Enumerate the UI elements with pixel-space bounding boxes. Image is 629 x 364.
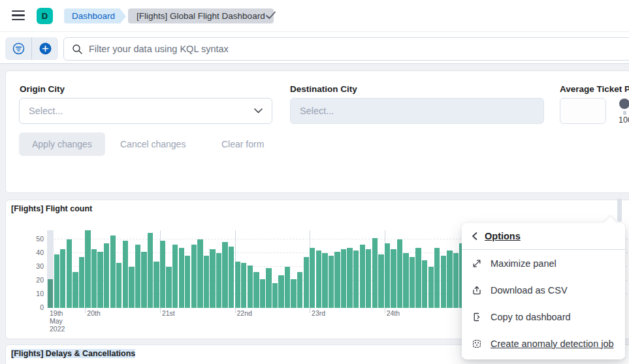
space-avatar[interactable]: D	[37, 8, 53, 24]
chart-bar[interactable]	[104, 243, 109, 308]
chart-bar[interactable]	[85, 230, 90, 308]
chart-bar[interactable]	[148, 233, 153, 309]
chart-bar[interactable]	[48, 279, 53, 308]
chart-bar[interactable]	[410, 257, 415, 308]
chart-bar[interactable]	[266, 268, 271, 308]
chart-bar[interactable]	[160, 241, 165, 308]
origin-city-select[interactable]: Select...	[19, 98, 272, 124]
chart-bar[interactable]	[441, 256, 446, 308]
breadcrumb-arrow	[120, 9, 126, 23]
chart-bar[interactable]	[334, 252, 340, 308]
cancel-changes-button[interactable]: Cancel changes	[112, 132, 193, 156]
chart-bar[interactable]	[153, 262, 159, 308]
chart-bar[interactable]	[260, 279, 265, 308]
chart-bar[interactable]	[222, 242, 227, 308]
chart-bar[interactable]	[141, 252, 146, 308]
chart-bar[interactable]	[197, 239, 202, 308]
menu-hamburger-icon[interactable]	[12, 10, 25, 21]
clear-form-button[interactable]: Clear form	[214, 132, 272, 156]
flight-count-y-axis: 01020304050	[22, 230, 44, 308]
chart-bar[interactable]	[210, 249, 215, 308]
chart-bar[interactable]	[297, 272, 302, 308]
breadcrumb-dashboard[interactable]: Dashboard	[64, 8, 120, 23]
chart-bar[interactable]	[253, 272, 259, 308]
chart-bar[interactable]	[67, 239, 72, 308]
chart-bar[interactable]	[129, 267, 134, 308]
chart-bar[interactable]	[204, 256, 209, 308]
y-tick-label: 20	[36, 276, 44, 284]
menu-item-copy-to-dashboard[interactable]: Copy to dashboard	[462, 303, 625, 330]
chart-bar[interactable]	[54, 254, 59, 308]
check-icon[interactable]	[265, 10, 276, 20]
chart-bar[interactable]	[304, 257, 309, 308]
menu-item-download-csv[interactable]: Download as CSV	[462, 277, 625, 303]
chart-bar[interactable]	[366, 249, 371, 308]
chart-bar[interactable]	[428, 267, 434, 308]
chart-bar[interactable]	[216, 253, 221, 308]
chart-bar[interactable]	[415, 248, 421, 308]
destination-city-select[interactable]: Select...	[290, 98, 544, 124]
chart-bar[interactable]	[447, 250, 452, 308]
chart-bar[interactable]	[329, 256, 334, 308]
price-slider-value: 100	[619, 115, 629, 125]
chart-bar[interactable]	[278, 275, 283, 308]
chart-bar[interactable]	[397, 239, 402, 308]
chart-bar[interactable]	[285, 267, 290, 308]
chart-bar[interactable]	[360, 245, 365, 308]
chart-bar[interactable]	[403, 253, 408, 308]
chart-bar[interactable]	[166, 267, 171, 308]
chart-bar[interactable]	[235, 262, 240, 308]
average-ticket-price-label: Average Ticket Price	[560, 84, 629, 94]
menu-item-create-anomaly-detection-job[interactable]: Create anomaly detection job	[462, 330, 625, 357]
chart-bar[interactable]	[79, 257, 84, 308]
chart-bar[interactable]	[347, 248, 352, 308]
chart-bar[interactable]	[422, 260, 427, 309]
chart-bar[interactable]	[172, 245, 178, 308]
menu-header-options[interactable]: Options	[462, 223, 625, 250]
price-slider-handle[interactable]	[619, 99, 629, 109]
machine-learning-icon	[472, 339, 482, 349]
scrollbar-thumb[interactable]	[617, 198, 622, 222]
chart-bar[interactable]	[191, 245, 197, 308]
chart-bar[interactable]	[229, 247, 234, 309]
x-tick-label: 24th	[387, 309, 400, 317]
chart-bar[interactable]	[123, 241, 128, 308]
chart-bar[interactable]	[385, 243, 390, 308]
chart-bar[interactable]	[291, 279, 296, 308]
chart-bar[interactable]	[391, 249, 396, 308]
chart-bar[interactable]	[110, 235, 116, 308]
chart-bar[interactable]	[91, 249, 97, 308]
chart-bar[interactable]	[185, 256, 190, 308]
chart-bar[interactable]	[116, 263, 121, 308]
query-bar	[0, 31, 629, 64]
chart-bar[interactable]	[434, 248, 440, 308]
chart-bar[interactable]	[60, 249, 65, 308]
menu-item-maximize-panel[interactable]: Maximize panel	[462, 250, 625, 277]
chart-bar[interactable]	[179, 248, 184, 308]
filter-button-group	[5, 37, 58, 60]
average-ticket-price-input[interactable]	[560, 98, 606, 124]
apply-changes-button[interactable]: Apply changes	[19, 132, 105, 156]
chart-bar[interactable]	[322, 253, 327, 308]
chart-bar[interactable]	[135, 245, 140, 308]
delays-panel-title[interactable]: [Flights] Delays & Cancellations	[11, 349, 135, 358]
chart-bar[interactable]	[453, 253, 459, 308]
chart-bar[interactable]	[73, 272, 78, 308]
chart-bar[interactable]	[310, 248, 315, 308]
download-icon	[472, 285, 482, 296]
chart-bar[interactable]	[272, 283, 278, 308]
chart-bar[interactable]	[341, 249, 346, 308]
chart-bar[interactable]	[97, 252, 103, 308]
chart-bar[interactable]	[316, 250, 321, 308]
chart-bar[interactable]	[241, 263, 246, 308]
chart-bar[interactable]	[378, 254, 383, 308]
breadcrumb-current-dashboard[interactable]: [Flights] Global Flight Dashboard	[128, 8, 274, 23]
chart-bar[interactable]	[248, 265, 253, 308]
flight-count-panel-title[interactable]: [Flights] Flight count	[11, 204, 92, 213]
kql-search-input[interactable]	[83, 44, 629, 54]
add-filter-plus-icon[interactable]	[32, 37, 58, 60]
x-tick-label: 21st	[162, 309, 175, 317]
chart-bar[interactable]	[353, 250, 359, 308]
chart-bar[interactable]	[372, 238, 378, 308]
saved-query-filter-icon[interactable]	[5, 37, 31, 60]
